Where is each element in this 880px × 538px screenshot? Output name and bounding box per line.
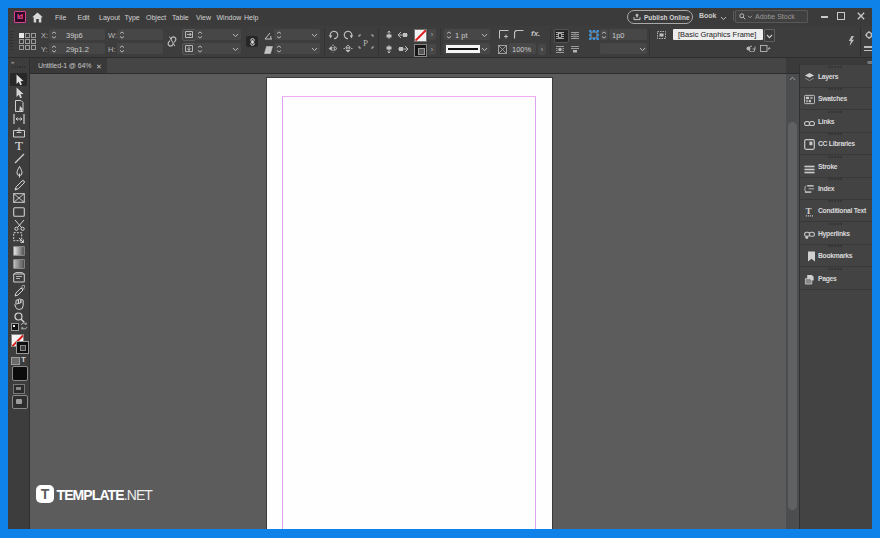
svg-text:P: P [363, 38, 368, 48]
svg-text:T: T [806, 206, 812, 216]
